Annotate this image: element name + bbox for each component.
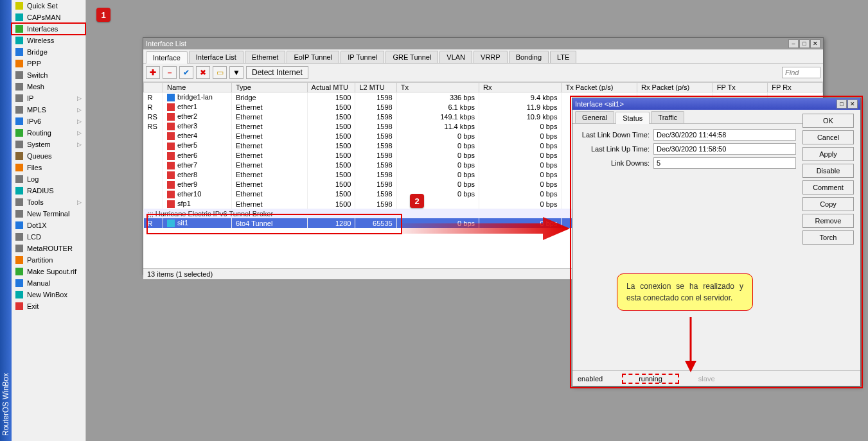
disable-button[interactable]: ✖ xyxy=(196,66,210,79)
sidebar-label: LCD xyxy=(27,233,41,241)
detail-buttons: OKCancelApplyDisableCommentCopyRemoveTor… xyxy=(802,114,854,367)
enable-button[interactable]: ✔ xyxy=(179,66,193,79)
minimize-button[interactable]: – xyxy=(788,39,799,48)
tab-vrrp[interactable]: VRRP xyxy=(474,51,508,63)
sidebar-label: Switch xyxy=(27,71,48,79)
tab-interface-list[interactable]: Interface List xyxy=(189,51,244,63)
menu-icon xyxy=(15,13,23,21)
detail-tab-general[interactable]: General xyxy=(575,111,614,123)
form-value xyxy=(653,143,796,155)
find-input[interactable] xyxy=(782,67,820,78)
detail-minimize-button[interactable]: □ xyxy=(837,99,847,108)
sidebar-item-make-supout-rif[interactable]: Make Supout.rif xyxy=(12,266,85,277)
sidebar-item-switch[interactable]: Switch xyxy=(12,69,85,81)
sidebar-item-ppp[interactable]: PPP xyxy=(12,58,85,69)
filter-button[interactable]: ▼ xyxy=(229,66,244,79)
tab-vlan[interactable]: VLAN xyxy=(439,51,472,63)
copy-button[interactable]: Copy xyxy=(802,197,854,211)
sidebar-item-metarouter[interactable]: MetaROUTER xyxy=(12,243,85,254)
sidebar-item-new-winbox[interactable]: New WinBox xyxy=(12,289,85,300)
comment-button[interactable]: Comment xyxy=(802,180,854,195)
remove-button[interactable]: Remove xyxy=(802,214,854,228)
disable-button[interactable]: Disable xyxy=(802,164,854,178)
sidebar-item-mpls[interactable]: MPLS▷ xyxy=(12,104,85,116)
col-header[interactable]: Tx xyxy=(396,83,479,92)
col-header[interactable]: Actual MTU xyxy=(307,83,355,92)
tab-bonding[interactable]: Bonding xyxy=(509,51,549,63)
tab-eoip-tunnel[interactable]: EoIP Tunnel xyxy=(287,51,339,63)
interface-detail-window: Interface <sit1> □ ✕ GeneralStatusTraffi… xyxy=(572,98,861,386)
ok-button[interactable]: OK xyxy=(802,114,854,128)
col-header[interactable]: FP Rx xyxy=(768,83,823,92)
submenu-arrow-icon: ▷ xyxy=(77,107,82,113)
col-header[interactable]: Type xyxy=(231,83,307,92)
sidebar-item-ip[interactable]: IP▷ xyxy=(12,92,85,104)
col-header[interactable]: Name xyxy=(163,83,231,92)
tab-gre-tunnel[interactable]: GRE Tunnel xyxy=(385,51,438,63)
detail-tab-traffic[interactable]: Traffic xyxy=(651,111,684,123)
tab-lte[interactable]: LTE xyxy=(550,51,576,63)
detail-close-button[interactable]: ✕ xyxy=(847,99,858,108)
sidebar-item-partition[interactable]: Partition xyxy=(12,254,85,266)
sidebar-item-manual[interactable]: Manual xyxy=(12,277,85,289)
comment-button[interactable]: ▭ xyxy=(213,66,227,79)
sidebar-item-system[interactable]: System▷ xyxy=(12,139,85,150)
col-header[interactable]: Rx xyxy=(479,83,562,92)
sidebar-label: PPP xyxy=(27,60,41,67)
sidebar-label: New WinBox xyxy=(27,291,67,298)
sidebar-item-log[interactable]: Log xyxy=(12,173,85,185)
interface-icon xyxy=(167,162,175,169)
sidebar-item-tools[interactable]: Tools▷ xyxy=(12,196,85,208)
close-button[interactable]: ✕ xyxy=(810,39,820,48)
sidebar-item-interfaces[interactable]: Interfaces xyxy=(12,23,85,35)
cancel-button[interactable]: Cancel xyxy=(802,130,854,144)
interface-icon xyxy=(167,181,175,189)
sidebar-item-routing[interactable]: Routing▷ xyxy=(12,127,85,139)
detect-internet-button[interactable]: Detect Internet xyxy=(246,66,308,79)
detail-tabs: GeneralStatusTraffic xyxy=(572,110,802,124)
form-row: Link Downs: xyxy=(579,157,796,169)
sidebar-item-exit[interactable]: Exit xyxy=(12,300,85,312)
remove-button[interactable]: – xyxy=(163,66,177,79)
sidebar-item-files[interactable]: Files xyxy=(12,162,85,173)
sidebar-item-quick-set[interactable]: Quick Set xyxy=(12,0,85,12)
submenu-arrow-icon: ▷ xyxy=(77,199,82,205)
sidebar-item-lcd[interactable]: LCD xyxy=(12,231,85,243)
col-header[interactable]: Tx Packet (p/s) xyxy=(562,83,637,92)
sidebar-item-new-terminal[interactable]: New Terminal xyxy=(12,208,85,220)
col-header[interactable]: L2 MTU xyxy=(355,83,396,92)
detail-titlebar[interactable]: Interface <sit1> □ ✕ xyxy=(572,98,860,110)
sidebar-item-radius[interactable]: RADIUS xyxy=(12,185,85,196)
sidebar-item-capsman[interactable]: CAPsMAN xyxy=(12,12,85,23)
col-header[interactable]: Rx Packet (p/s) xyxy=(637,83,713,92)
sidebar-item-mesh[interactable]: Mesh xyxy=(12,81,85,92)
menu-icon xyxy=(15,129,23,137)
interface-icon xyxy=(167,123,175,130)
sidebar-item-dot1x[interactable]: Dot1X xyxy=(12,220,85,231)
apply-button[interactable]: Apply xyxy=(802,147,854,161)
add-button[interactable]: ✚ xyxy=(146,66,160,79)
menu-icon xyxy=(15,106,23,114)
col-header[interactable]: FP Tx xyxy=(713,83,768,92)
submenu-arrow-icon: ▷ xyxy=(77,130,82,136)
sidebar-item-ipv6[interactable]: IPv6▷ xyxy=(12,116,85,127)
status-enabled: enabled xyxy=(578,375,603,383)
interface-icon xyxy=(167,113,175,121)
tab-ip-tunnel[interactable]: IP Tunnel xyxy=(341,51,384,63)
maximize-button[interactable]: □ xyxy=(799,39,810,48)
torch-button[interactable]: Torch xyxy=(802,230,854,245)
interface-icon xyxy=(167,171,175,179)
sidebar-label: Manual xyxy=(27,279,50,287)
sidebar-item-bridge[interactable]: Bridge xyxy=(12,46,85,58)
tab-interface[interactable]: Interface xyxy=(146,51,188,64)
sidebar-item-queues[interactable]: Queues xyxy=(12,150,85,162)
app-title-bar: RouterOS WinBox xyxy=(0,0,12,441)
sidebar-label: Make Supout.rif xyxy=(27,268,76,275)
interface-list-titlebar[interactable]: Interface List – □ ✕ xyxy=(143,38,823,49)
col-header[interactable] xyxy=(144,83,163,92)
sidebar-label: Log xyxy=(27,175,39,183)
sidebar-item-wireless[interactable]: Wireless xyxy=(12,35,85,46)
detail-tab-status[interactable]: Status xyxy=(616,112,650,124)
tab-ethernet[interactable]: Ethernet xyxy=(245,51,286,63)
submenu-arrow-icon: ▷ xyxy=(77,141,82,148)
